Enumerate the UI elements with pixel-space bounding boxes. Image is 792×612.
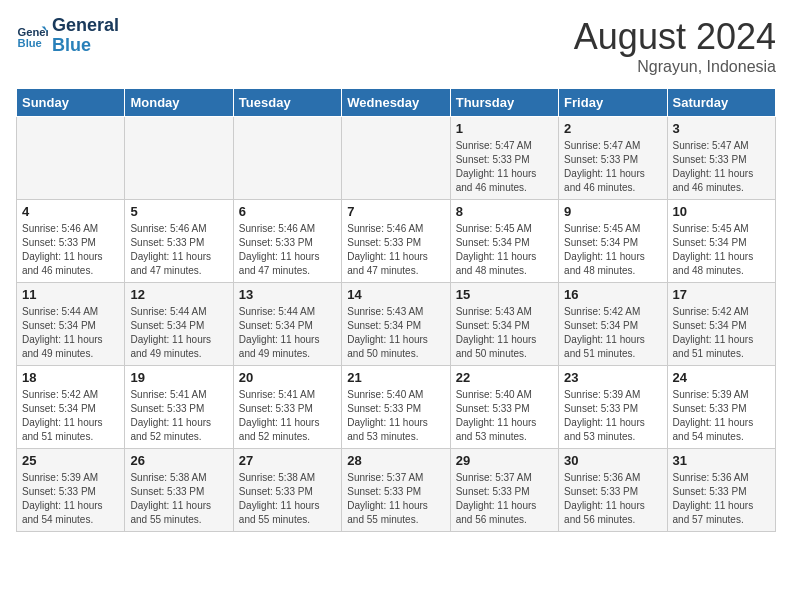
day-content: Sunrise: 5:46 AM Sunset: 5:33 PM Dayligh… [239,222,336,278]
day-number: 16 [564,287,661,302]
page-header: General Blue General Blue August 2024 Ng… [16,16,776,76]
day-number: 12 [130,287,227,302]
day-content: Sunrise: 5:42 AM Sunset: 5:34 PM Dayligh… [564,305,661,361]
calendar-cell: 9Sunrise: 5:45 AM Sunset: 5:34 PM Daylig… [559,200,667,283]
calendar-cell: 23Sunrise: 5:39 AM Sunset: 5:33 PM Dayli… [559,366,667,449]
day-content: Sunrise: 5:42 AM Sunset: 5:34 PM Dayligh… [22,388,119,444]
header-day: Tuesday [233,89,341,117]
calendar-week: 25Sunrise: 5:39 AM Sunset: 5:33 PM Dayli… [17,449,776,532]
day-content: Sunrise: 5:43 AM Sunset: 5:34 PM Dayligh… [456,305,553,361]
day-number: 2 [564,121,661,136]
calendar-week: 18Sunrise: 5:42 AM Sunset: 5:34 PM Dayli… [17,366,776,449]
day-content: Sunrise: 5:37 AM Sunset: 5:33 PM Dayligh… [347,471,444,527]
day-content: Sunrise: 5:44 AM Sunset: 5:34 PM Dayligh… [130,305,227,361]
calendar-cell: 2Sunrise: 5:47 AM Sunset: 5:33 PM Daylig… [559,117,667,200]
day-content: Sunrise: 5:45 AM Sunset: 5:34 PM Dayligh… [564,222,661,278]
month-year: August 2024 [574,16,776,58]
day-number: 17 [673,287,770,302]
day-content: Sunrise: 5:38 AM Sunset: 5:33 PM Dayligh… [130,471,227,527]
calendar-body: 1Sunrise: 5:47 AM Sunset: 5:33 PM Daylig… [17,117,776,532]
day-number: 6 [239,204,336,219]
calendar-cell: 12Sunrise: 5:44 AM Sunset: 5:34 PM Dayli… [125,283,233,366]
day-number: 18 [22,370,119,385]
header-day: Monday [125,89,233,117]
calendar-cell: 11Sunrise: 5:44 AM Sunset: 5:34 PM Dayli… [17,283,125,366]
location: Ngrayun, Indonesia [574,58,776,76]
logo-line2: Blue [52,36,119,56]
calendar-cell: 6Sunrise: 5:46 AM Sunset: 5:33 PM Daylig… [233,200,341,283]
day-content: Sunrise: 5:46 AM Sunset: 5:33 PM Dayligh… [22,222,119,278]
header-day: Thursday [450,89,558,117]
logo-line1: General [52,16,119,36]
calendar-week: 1Sunrise: 5:47 AM Sunset: 5:33 PM Daylig… [17,117,776,200]
header-row: SundayMondayTuesdayWednesdayThursdayFrid… [17,89,776,117]
day-content: Sunrise: 5:45 AM Sunset: 5:34 PM Dayligh… [456,222,553,278]
day-number: 29 [456,453,553,468]
day-content: Sunrise: 5:46 AM Sunset: 5:33 PM Dayligh… [347,222,444,278]
day-number: 14 [347,287,444,302]
header-day: Friday [559,89,667,117]
day-number: 9 [564,204,661,219]
day-number: 24 [673,370,770,385]
calendar-cell: 17Sunrise: 5:42 AM Sunset: 5:34 PM Dayli… [667,283,775,366]
day-content: Sunrise: 5:46 AM Sunset: 5:33 PM Dayligh… [130,222,227,278]
day-number: 3 [673,121,770,136]
day-number: 10 [673,204,770,219]
day-number: 15 [456,287,553,302]
day-number: 11 [22,287,119,302]
logo: General Blue General Blue [16,16,119,56]
day-content: Sunrise: 5:43 AM Sunset: 5:34 PM Dayligh… [347,305,444,361]
day-number: 19 [130,370,227,385]
day-number: 26 [130,453,227,468]
calendar-cell: 24Sunrise: 5:39 AM Sunset: 5:33 PM Dayli… [667,366,775,449]
day-content: Sunrise: 5:41 AM Sunset: 5:33 PM Dayligh… [130,388,227,444]
day-content: Sunrise: 5:39 AM Sunset: 5:33 PM Dayligh… [673,388,770,444]
calendar-cell: 7Sunrise: 5:46 AM Sunset: 5:33 PM Daylig… [342,200,450,283]
day-number: 1 [456,121,553,136]
day-content: Sunrise: 5:42 AM Sunset: 5:34 PM Dayligh… [673,305,770,361]
day-content: Sunrise: 5:47 AM Sunset: 5:33 PM Dayligh… [564,139,661,195]
calendar-cell: 3Sunrise: 5:47 AM Sunset: 5:33 PM Daylig… [667,117,775,200]
day-number: 7 [347,204,444,219]
day-number: 4 [22,204,119,219]
day-content: Sunrise: 5:37 AM Sunset: 5:33 PM Dayligh… [456,471,553,527]
day-content: Sunrise: 5:47 AM Sunset: 5:33 PM Dayligh… [456,139,553,195]
day-number: 13 [239,287,336,302]
day-number: 20 [239,370,336,385]
day-number: 22 [456,370,553,385]
calendar-cell [233,117,341,200]
logo-icon: General Blue [16,20,48,52]
day-number: 25 [22,453,119,468]
day-content: Sunrise: 5:39 AM Sunset: 5:33 PM Dayligh… [564,388,661,444]
calendar-cell [342,117,450,200]
day-number: 27 [239,453,336,468]
header-day: Sunday [17,89,125,117]
calendar-cell: 19Sunrise: 5:41 AM Sunset: 5:33 PM Dayli… [125,366,233,449]
day-content: Sunrise: 5:44 AM Sunset: 5:34 PM Dayligh… [22,305,119,361]
calendar-cell: 30Sunrise: 5:36 AM Sunset: 5:33 PM Dayli… [559,449,667,532]
calendar-cell: 4Sunrise: 5:46 AM Sunset: 5:33 PM Daylig… [17,200,125,283]
calendar-cell: 29Sunrise: 5:37 AM Sunset: 5:33 PM Dayli… [450,449,558,532]
day-number: 5 [130,204,227,219]
day-content: Sunrise: 5:39 AM Sunset: 5:33 PM Dayligh… [22,471,119,527]
calendar-header: SundayMondayTuesdayWednesdayThursdayFrid… [17,89,776,117]
svg-text:Blue: Blue [18,37,42,49]
calendar-cell: 25Sunrise: 5:39 AM Sunset: 5:33 PM Dayli… [17,449,125,532]
day-content: Sunrise: 5:44 AM Sunset: 5:34 PM Dayligh… [239,305,336,361]
calendar-cell: 21Sunrise: 5:40 AM Sunset: 5:33 PM Dayli… [342,366,450,449]
calendar-cell: 27Sunrise: 5:38 AM Sunset: 5:33 PM Dayli… [233,449,341,532]
day-content: Sunrise: 5:45 AM Sunset: 5:34 PM Dayligh… [673,222,770,278]
calendar-cell [125,117,233,200]
header-day: Saturday [667,89,775,117]
calendar-cell: 28Sunrise: 5:37 AM Sunset: 5:33 PM Dayli… [342,449,450,532]
day-number: 21 [347,370,444,385]
calendar-cell: 20Sunrise: 5:41 AM Sunset: 5:33 PM Dayli… [233,366,341,449]
calendar-week: 11Sunrise: 5:44 AM Sunset: 5:34 PM Dayli… [17,283,776,366]
day-content: Sunrise: 5:40 AM Sunset: 5:33 PM Dayligh… [456,388,553,444]
day-content: Sunrise: 5:47 AM Sunset: 5:33 PM Dayligh… [673,139,770,195]
day-number: 8 [456,204,553,219]
calendar-cell: 18Sunrise: 5:42 AM Sunset: 5:34 PM Dayli… [17,366,125,449]
day-number: 31 [673,453,770,468]
calendar-cell: 15Sunrise: 5:43 AM Sunset: 5:34 PM Dayli… [450,283,558,366]
title-block: August 2024 Ngrayun, Indonesia [574,16,776,76]
